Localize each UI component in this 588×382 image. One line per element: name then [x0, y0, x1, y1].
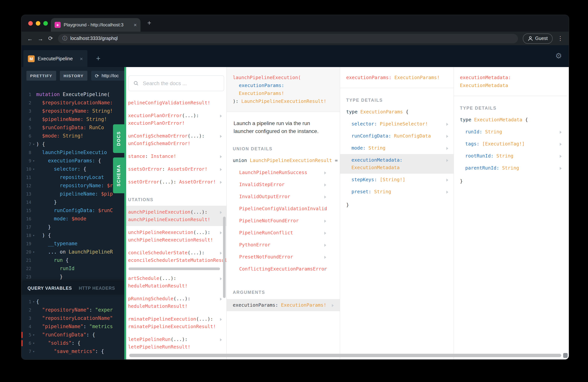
fold-arrow-icon[interactable]: ▾ [31, 297, 36, 306]
type-field[interactable]: preset: String [340, 186, 454, 198]
section-label: TYPE DETAILS [340, 88, 454, 107]
type-field[interactable]: selector: PipelineSelector! [340, 118, 454, 130]
zoom-window-button[interactable] [43, 21, 48, 26]
search-input[interactable] [142, 80, 219, 87]
line-number: 17 [21, 223, 31, 231]
type-field[interactable]: executionMetadata:ExecutionMetadata [340, 154, 454, 174]
fold-arrow-icon[interactable]: ▾ [31, 339, 36, 347]
refresh-icon[interactable]: ⟳ [95, 73, 99, 79]
line-number: 4 [21, 322, 31, 331]
query-variables-code[interactable]: 1▾{2 "repositoryName": "exper3 "reposito… [21, 297, 124, 356]
minimize-window-button[interactable] [36, 21, 40, 26]
url-text: localhost:3333/graphql [70, 36, 118, 41]
address-bar[interactable]: ⓘ localhost:3333/graphql [58, 34, 518, 43]
tab-schema[interactable]: SCHEMA [113, 157, 124, 193]
docs-panel: pelineConfigValidationResult!xecutionPla… [124, 67, 569, 360]
close-tab-icon[interactable]: × [134, 22, 137, 28]
union-member[interactable]: PresetNotFoundError [227, 251, 340, 263]
line-number: 11 [21, 173, 31, 182]
code-line: 7▾) { [21, 140, 124, 149]
argument-list: executionParams: ExecutionParams! [227, 299, 340, 311]
argument-row[interactable]: executionParams: ExecutionParams! [227, 299, 340, 311]
union-member[interactable]: PythonError [227, 239, 340, 251]
section-label: UNION DETAILS [227, 137, 340, 156]
code-line: 16 mode: $mode [21, 215, 124, 223]
scrollbar-corner[interactable] [563, 353, 568, 358]
tab-query-variables[interactable]: QUERY VARIABLES [27, 286, 72, 291]
reload-icon[interactable]: ⟳ [48, 35, 53, 42]
doc-item[interactable]: letePipelineRun(...):letePipelineRunResu… [126, 333, 226, 353]
tab-docs[interactable]: DOCS [113, 124, 124, 153]
back-icon[interactable]: ← [27, 35, 33, 42]
union-member[interactable]: ConflictingExecutionParamsError [227, 263, 340, 275]
doc-item[interactable]: stance: Instance! [126, 150, 226, 163]
docs-field-list: pelineConfigValidationResult!xecutionPla… [126, 96, 226, 353]
doc-item[interactable]: artSchedule(...):heduleMutationResult! [126, 272, 226, 292]
close-tab-icon[interactable]: × [80, 56, 83, 62]
chevron-right-icon [324, 232, 326, 235]
union-member[interactable]: LaunchPipelineRunSuccess [227, 167, 340, 179]
browser-tab-title: Playground - http://localhost:3 [64, 22, 131, 27]
line-number: 6 [21, 339, 31, 347]
error-marker [21, 340, 22, 346]
fold-arrow-icon[interactable]: ▾ [31, 140, 36, 149]
union-member[interactable]: InvalidOutputError [227, 191, 340, 203]
history-button[interactable]: HISTORY [60, 71, 87, 81]
doc-item[interactable]: unchPipelineReexecution(...):unchPipelin… [126, 226, 226, 246]
union-member[interactable]: PipelineNotFoundError [227, 215, 340, 227]
union-member[interactable]: PipelineConfigValidationInvalid [227, 203, 340, 215]
type-field[interactable]: parentRunId: String [454, 162, 567, 174]
search-icon [133, 80, 139, 86]
doc-item[interactable]: ssetOrError(...): AssetOrError! [126, 175, 226, 188]
new-playground-tab-button[interactable]: + [96, 55, 100, 62]
type-field[interactable]: mode: String [340, 142, 454, 154]
fold-arrow-icon[interactable]: ▾ [31, 248, 36, 256]
endpoint-input[interactable]: ⟳ http://loc [91, 71, 124, 81]
type-field[interactable]: runId: String [454, 126, 567, 138]
doc-item[interactable]: rminatePipelineExecution(...):rminatePip… [126, 313, 226, 333]
type-field[interactable]: runConfigData: RunConfigData [340, 130, 454, 142]
close-window-button[interactable] [28, 21, 33, 26]
type-field[interactable]: tags: [ExecutionTag!] [454, 138, 567, 150]
query-editor[interactable]: PRETTIFY HISTORY ⟳ http://loc 1mutation … [21, 67, 124, 360]
line-number: 16 [21, 215, 31, 223]
profile-button[interactable]: Guest [523, 33, 553, 43]
line-number: 7 [21, 140, 31, 149]
doc-item[interactable]: ssetsOrError: AssetsOrError! [126, 163, 226, 175]
browser-tab[interactable]: ◈ Playground - http://localhost:3 × [51, 18, 141, 32]
fold-arrow-icon[interactable]: ▾ [31, 231, 36, 240]
chevron-right-icon [560, 167, 562, 170]
forward-icon[interactable]: → [38, 35, 43, 42]
doc-item[interactable]: aunchPipelineExecution(...):aunchPipelin… [126, 206, 226, 226]
line-number: 9 [21, 157, 31, 165]
error-marker [21, 332, 22, 338]
settings-gear-icon[interactable]: ⚙ [555, 51, 562, 60]
fold-arrow-icon[interactable]: ▾ [31, 165, 36, 173]
doc-item[interactable]: xecutionPlanOrError(...):xecutionPlanOrE… [126, 109, 226, 129]
union-member[interactable]: PipelineRunConflict [227, 227, 340, 239]
type-field[interactable]: stepKeys: [String!] [340, 174, 454, 186]
tab-http-headers[interactable]: HTTP HEADERS [79, 286, 115, 291]
prettify-button[interactable]: PRETTIFY [26, 71, 56, 81]
fold-arrow-icon[interactable]: ▾ [31, 157, 36, 165]
union-member[interactable]: InvalidStepError [227, 179, 340, 191]
doc-item[interactable]: concileSchedulerState(...):econcileSched… [126, 246, 226, 267]
horizontal-scrollbar[interactable] [128, 268, 220, 270]
line-number: 14 [21, 198, 31, 207]
type-field[interactable]: rootRunId: String [454, 150, 567, 162]
fold-arrow-icon[interactable]: ▾ [31, 331, 36, 339]
chevron-right-icon [324, 268, 326, 271]
code-line: 21 run { [21, 256, 124, 264]
doc-item[interactable]: unConfigSchemaOrError(...):unConfigSchem… [126, 129, 226, 150]
doc-item[interactable]: pRunningSchedule(...):heduleMutationResu… [126, 292, 226, 313]
browser-menu-icon[interactable]: ⋮ [558, 35, 563, 42]
query-code[interactable]: 1mutation ExecutePipeline(2 $repositoryL… [21, 90, 124, 281]
horizontal-scrollbar[interactable] [129, 354, 561, 357]
vertical-scrollbar[interactable] [223, 217, 226, 298]
playground-tab-executepipeline[interactable]: M ExecutePipeline × [23, 50, 87, 67]
line-number: 4 [21, 115, 31, 124]
doc-item[interactable]: pelineConfigValidationResult! [126, 96, 226, 109]
new-tab-button[interactable]: + [147, 19, 151, 27]
site-info-icon[interactable]: ⓘ [62, 35, 67, 42]
fold-arrow-icon[interactable]: ▾ [31, 347, 36, 356]
